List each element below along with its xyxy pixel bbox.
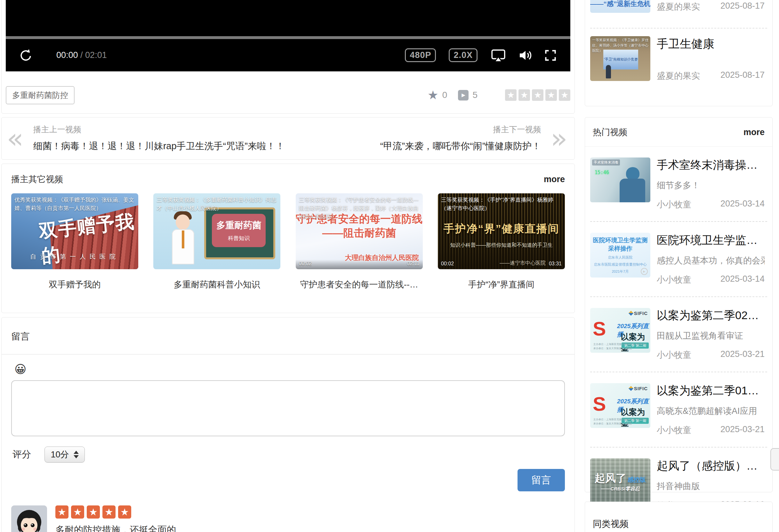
thumbnail-host2: 承办单位：复旦大学附属中山医院: [593, 422, 632, 425]
thumbnail-big-text: 起风了: [595, 472, 626, 484]
rating-widget[interactable]: ★ ★ ★ ★ ★: [503, 89, 570, 101]
next-video-title[interactable]: “甲流”来袭，哪吒带你“闹”懂健康防护！: [380, 140, 541, 153]
submit-comment-button[interactable]: 留言: [518, 469, 565, 491]
video-thumbnail[interactable]: “手卫”先锋知识小竞赛 一等奖获奖视频：《手卫健康》罗佳欣、蒋羽婷、汤小萍等（遂…: [590, 36, 650, 81]
video-thumbnail[interactable]: SIFIC S 2025系列直播 以案为鉴 第二季 第一期 主办单位：上海斯菲克…: [590, 383, 650, 428]
quality-button[interactable]: 480P: [405, 48, 436, 62]
video-thumbnail[interactable]: ——“感”退新生危机: [590, 0, 650, 13]
video-caption[interactable]: 双手赠予我的: [11, 279, 138, 290]
favorite-star-icon[interactable]: ★: [428, 89, 438, 101]
volume-icon[interactable]: [517, 48, 533, 63]
hot-video-item[interactable]: 医院环境卫生学监测采样操作 启东市人民医院 启东市医院感染管理质量控制中心 20…: [585, 222, 772, 286]
play-count: 5: [472, 90, 478, 100]
thumbnail-overlay-text: 优秀奖获奖视频：《双手赠予我的》张钰涵、姜文婧、曹莉等（自贡市第一人民医院）: [11, 193, 138, 215]
video-caption[interactable]: 守护患者安全的每一道防线--…: [296, 279, 423, 290]
video-author[interactable]: 盛夏的果实: [657, 1, 700, 12]
video-thumbnail[interactable]: SIFIC S 2025系列直播 以案为鉴 第二季 第二期 主办单位：上海斯菲克…: [590, 308, 650, 353]
thumbnail-overlay-text: 三等奖获奖视频：《守护患者安全的每一道防线---阻击耐药菌》杨彦芬，段丽屏，梁婷…: [296, 193, 423, 223]
video-title[interactable]: 以案为鉴第二季02…: [657, 308, 765, 323]
thumbnail-time-start: 00:02: [441, 261, 454, 267]
hot-video-item[interactable]: SIFIC S 2025系列直播 以案为鉴 第二季 第一期 主办单位：上海斯菲克…: [585, 372, 772, 436]
related-videos-title: 同类视频: [585, 502, 772, 532]
thumbnail-line2: 启东市人民医院: [608, 255, 633, 260]
video-thumbnail[interactable]: 优秀奖获奖视频：《双手赠予我的》张钰涵、姜文婧、曹莉等（自贡市第一人民医院） 双…: [11, 193, 138, 269]
video-thumbnail[interactable]: 三等奖获奖视频：《守护患者安全的每一道防线---阻击耐药菌》杨彦芬，段丽屏，梁婷…: [296, 193, 423, 269]
video-tag[interactable]: 多重耐药菌防控: [6, 86, 74, 104]
video-date: 2025-03-21: [720, 349, 765, 361]
emoji-picker-button[interactable]: 😀: [14, 364, 26, 375]
video-thumbnail[interactable]: 多重耐药菌 科普知识 三等奖获奖视频：《多重耐药菌科普小知识》何志才（中山市小榄…: [153, 193, 280, 269]
hot-video-item[interactable]: 手术室终末消毒 15:46 手术室终末消毒操作… 细节多多！ 小小牧童 2025…: [585, 146, 772, 210]
video-author[interactable]: 盛夏的果实: [657, 70, 700, 81]
fullscreen-icon[interactable]: [543, 48, 557, 62]
hot-videos-more-link[interactable]: more: [743, 127, 765, 137]
other-video-item[interactable]: 三等奖获奖视频：《手护“净”界直播间》杨雅婷（遂宁市中心医院） 手护净“界”健康…: [438, 193, 565, 290]
video-author[interactable]: 小小牧童: [657, 274, 691, 286]
video-subtitle: 田靓从卫监视角看审证: [657, 330, 765, 342]
other-video-item[interactable]: 多重耐药菌 科普知识 三等奖获奖视频：《多重耐药菌科普小知识》何志才（中山市小榄…: [153, 193, 280, 290]
video-author[interactable]: 小小牧童: [657, 349, 691, 361]
comment-star-icon: ★: [118, 506, 131, 519]
video-title[interactable]: 手术室终末消毒操作…: [657, 158, 765, 173]
uploader-other-videos-card: 播主其它视频 more 优秀奖获奖视频：《双手赠予我的》张钰涵、姜文婧、曹莉等（…: [1, 164, 575, 313]
thumbnail-screen-text: “手卫”先锋知识小竞赛: [604, 57, 638, 62]
thumbnail-label: 手术室终末消毒: [592, 160, 620, 166]
play-icon: ▶: [641, 268, 648, 275]
airplay-icon[interactable]: [490, 48, 506, 63]
other-videos-more-link[interactable]: more: [544, 174, 565, 184]
thumbnail-board-title: 多重耐药菌: [216, 219, 261, 231]
video-title[interactable]: 医院环境卫生学监测…: [657, 233, 765, 248]
thumbnail-s-mark: S: [593, 394, 606, 414]
rating-star-4[interactable]: ★: [545, 89, 557, 101]
video-title[interactable]: 以案为鉴第二季01…: [657, 383, 765, 398]
thumbnail-line3: 启东市医院感染管理质量控制中心: [594, 262, 647, 267]
page-scroll-widget[interactable]: [770, 448, 779, 471]
thumbnail-host1: 主办单位：上海斯菲克微生物应用技术研究中心: [593, 418, 647, 421]
next-video-link[interactable]: 播主下一视频 “甲流”来袭，哪吒带你“闹”懂健康防护！: [380, 124, 541, 153]
video-caption[interactable]: 多重耐药菌科普小知识: [153, 279, 280, 290]
video-player[interactable]: 00:00 / 02:01 480P 2.0X: [6, 0, 570, 71]
next-chevron-icon[interactable]: »: [550, 126, 567, 151]
rating-star-3[interactable]: ★: [532, 89, 543, 101]
comments-title: 留言: [2, 317, 575, 355]
comment-input[interactable]: [11, 380, 565, 436]
comment-rating-stars: ★ ★ ★ ★ ★: [55, 506, 176, 519]
thumbnail-host2: 承办单位：复旦大学附属中山医院: [593, 347, 632, 350]
video-player-card: 00:00 / 02:01 480P 2.0X: [1, 0, 575, 114]
prev-chevron-icon[interactable]: «: [7, 126, 24, 151]
next-video-label: 播主下一视频: [380, 124, 541, 135]
rating-star-5[interactable]: ★: [559, 89, 570, 101]
other-video-item[interactable]: 三等奖获奖视频：《守护患者安全的每一道防线---阻击耐药菌》杨彦芬，段丽屏，梁婷…: [296, 193, 423, 290]
video-title[interactable]: 手卫生健康: [657, 36, 765, 52]
other-video-item[interactable]: 优秀奖获奖视频：《双手赠予我的》张钰涵、姜文婧、曹莉等（自贡市第一人民医院） 双…: [11, 193, 138, 290]
video-date: 2025-08-17: [720, 70, 765, 81]
seek-bar[interactable]: [6, 36, 570, 39]
rating-star-2[interactable]: ★: [519, 89, 530, 101]
video-title[interactable]: 起风了（感控版）—…: [657, 458, 765, 473]
comments-card: 留言 😀 评分 10分 留言: [1, 317, 575, 532]
rating-select[interactable]: 10分: [45, 447, 85, 463]
hot-video-item[interactable]: SIFIC S 2025系列直播 以案为鉴 第二季 第二期 主办单位：上海斯菲克…: [585, 297, 772, 361]
prev-video-title[interactable]: 细菌！病毒！退！退！退！川妹rap手卫生洗手“咒语”来啦！！: [33, 140, 285, 153]
replay-icon[interactable]: [18, 48, 33, 63]
thumbnail-org-text: ——遂宁市中心医院: [499, 260, 546, 267]
prev-video-link[interactable]: 播主上一视频 细菌！病毒！退！退！退！川妹rap手卫生洗手“咒语”来啦！！: [33, 124, 285, 153]
sific-logo: SIFIC: [629, 386, 648, 391]
video-caption[interactable]: 手护“净”界直播间: [438, 279, 565, 290]
thumbnail-s-mark: S: [593, 319, 606, 339]
video-thumbnail[interactable]: 起风了感控版 ——CRBSI零容忍: [590, 458, 650, 503]
thumbnail-overlay-text: 一等奖获奖视频：《手卫健康》罗佳欣、蒋羽婷、汤小萍等（遂宁市中心医院）: [590, 36, 650, 55]
rating-select-value: 10分: [51, 449, 69, 460]
video-thumbnail[interactable]: 医院环境卫生学监测采样操作 启东市人民医院 启东市医院感染管理质量控制中心 20…: [590, 233, 650, 278]
video-date: 2025-03-14: [720, 199, 765, 210]
rating-star-1[interactable]: ★: [505, 89, 517, 101]
video-thumbnail[interactable]: 三等奖获奖视频：《手护“净”界直播间》杨雅婷（遂宁市中心医院） 手护净“界”健康…: [438, 193, 565, 269]
video-author[interactable]: 小小牧童: [657, 199, 691, 210]
favorite-count: 0: [442, 90, 447, 100]
video-thumbnail[interactable]: 手术室终末消毒 15:46: [590, 158, 650, 202]
speed-button[interactable]: 2.0X: [449, 48, 478, 62]
thumbnail-time-start: 00:02: [299, 261, 312, 267]
video-author[interactable]: 小小牧童: [657, 424, 691, 436]
commenter-avatar: [11, 506, 47, 532]
video-meta-row: 多重耐药菌防控 ★ 0 ▶ 5 ★ ★ ★ ★ ★: [6, 85, 570, 105]
